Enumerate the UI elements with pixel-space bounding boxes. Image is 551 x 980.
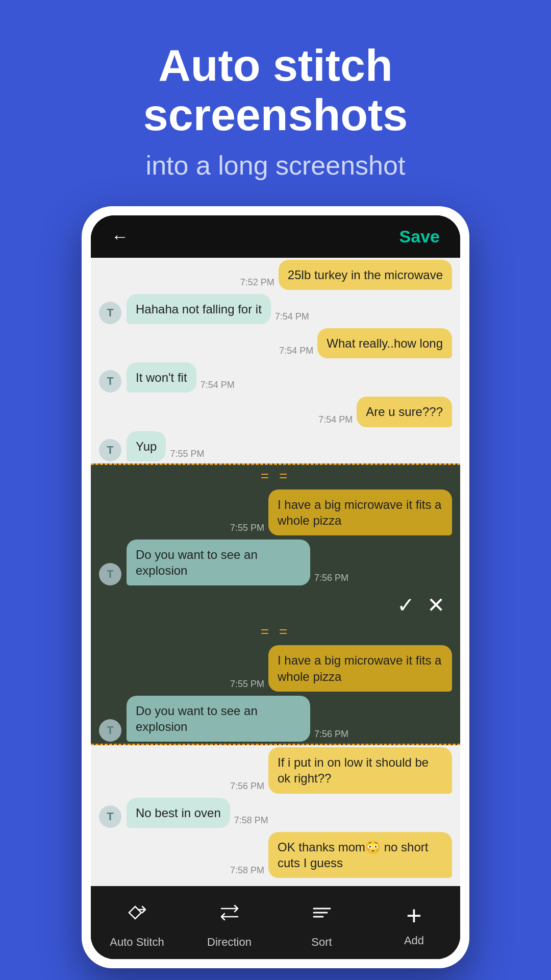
direction-label: Direction xyxy=(207,936,252,949)
avatar: T xyxy=(99,370,121,393)
avatar: T xyxy=(99,302,121,324)
message-time: 7:55 PM xyxy=(230,523,264,535)
msg-with-time: Hahaha not falling for it 7:54 PM xyxy=(127,294,309,324)
bubble-wrap: Hahaha not falling for it 7:54 PM xyxy=(127,294,309,324)
message-bubble: No best in oven xyxy=(127,798,230,828)
bubble-wrap: 7:52 PM 25lb turkey in the microwave xyxy=(240,260,452,290)
bubble-wrap: 7:55 PM I have a big microwave it fits a… xyxy=(230,489,452,535)
overlap-indicator-2: = = xyxy=(91,621,460,643)
message-time: 7:55 PM xyxy=(170,449,204,461)
message-time: 7:52 PM xyxy=(240,277,274,290)
phone-inner: ← Save 7:52 PM 25lb turkey in the microw… xyxy=(91,215,460,960)
overlap-indicator: = = xyxy=(91,465,460,487)
message-row: T Hahaha not falling for it 7:54 PM xyxy=(91,292,460,326)
message-row: T No best in oven 7:58 PM xyxy=(91,796,460,830)
bubble-wrap: No best in oven 7:58 PM xyxy=(127,798,268,828)
message-time: 7:56 PM xyxy=(314,729,348,742)
header-title: Auto stitch screenshots xyxy=(31,41,520,140)
add-label: Add xyxy=(404,934,424,947)
bubble-wrap: 7:56 PM If i put in on low it should be … xyxy=(230,747,452,793)
message-time: 7:54 PM xyxy=(275,311,309,324)
chat-section-top: 7:52 PM 25lb turkey in the microwave T H… xyxy=(91,258,460,463)
direction-icon xyxy=(217,900,242,930)
phone-frame: ← Save 7:52 PM 25lb turkey in the microw… xyxy=(82,206,469,969)
bubble-wrap: Do you want to see an explosion 7:56 PM xyxy=(127,696,348,742)
message-time: 7:56 PM xyxy=(314,573,348,585)
message-time: 7:54 PM xyxy=(279,346,313,358)
toolbar-item-add[interactable]: + Add xyxy=(368,902,460,947)
message-time: 7:54 PM xyxy=(201,380,235,393)
message-row: T Do you want to see an explosion 7:56 P… xyxy=(91,694,460,744)
message-row: 7:55 PM I have a big microwave it fits a… xyxy=(91,487,460,537)
avatar: T xyxy=(99,439,121,461)
message-bubble: 25lb turkey in the microwave xyxy=(279,260,452,290)
avatar: T xyxy=(99,563,121,585)
msg-with-time: 7:55 PM I have a big microwave it fits a… xyxy=(230,645,452,691)
message-row: 7:54 PM Are u sure??? xyxy=(91,395,460,429)
header-subtitle: into a long screenshot xyxy=(31,150,520,181)
message-time: 7:54 PM xyxy=(318,414,353,427)
add-icon: + xyxy=(406,902,421,929)
message-bubble: Do you want to see an explosion xyxy=(127,540,310,585)
msg-with-time: Do you want to see an explosion 7:56 PM xyxy=(127,696,348,742)
message-bubble: Yup xyxy=(127,431,166,461)
message-bubble: What really..how long xyxy=(317,328,452,358)
message-bubble: Do you want to see an explosion xyxy=(127,696,310,742)
toolbar-item-sort[interactable]: Sort xyxy=(276,900,368,949)
bottom-toolbar: Auto Stitch Direction xyxy=(91,886,460,959)
bubble-wrap: Yup 7:55 PM xyxy=(127,431,204,461)
save-button[interactable]: Save xyxy=(399,227,440,247)
phone-topbar: ← Save xyxy=(91,215,460,258)
msg-with-time: 7:56 PM If i put in on low it should be … xyxy=(230,747,452,793)
message-row: T Yup 7:55 PM xyxy=(91,429,460,463)
overlap-controls: ✓ ✕ xyxy=(91,587,460,621)
message-row: 7:54 PM What really..how long xyxy=(91,326,460,360)
avatar: T xyxy=(99,719,121,742)
message-time: 7:56 PM xyxy=(230,781,264,794)
auto-stitch-label: Auto Stitch xyxy=(110,936,164,949)
msg-with-time: Yup 7:55 PM xyxy=(127,431,204,461)
sort-icon xyxy=(310,900,334,930)
accept-button[interactable]: ✓ xyxy=(397,593,415,618)
bubble-wrap: It won't fit 7:54 PM xyxy=(127,362,235,393)
chat-section-bottom: 7:56 PM If i put in on low it should be … xyxy=(91,745,460,886)
message-bubble: I have a big microwave it fits a whole p… xyxy=(268,645,452,691)
bubble-wrap: 7:58 PM OK thanks mom😳 no short cuts I g… xyxy=(230,832,452,878)
reject-button[interactable]: ✕ xyxy=(427,593,445,618)
bubble-wrap: 7:55 PM I have a big microwave it fits a… xyxy=(230,645,452,691)
message-row: 7:56 PM If i put in on low it should be … xyxy=(91,745,460,795)
msg-with-time: 7:55 PM I have a big microwave it fits a… xyxy=(230,489,452,535)
auto-stitch-icon xyxy=(125,900,149,930)
message-row: 7:55 PM I have a big microwave it fits a… xyxy=(91,643,460,693)
msg-with-time: 7:54 PM Are u sure??? xyxy=(318,397,452,427)
overlap-dots-2: = = xyxy=(261,624,290,640)
toolbar-item-auto-stitch[interactable]: Auto Stitch xyxy=(91,900,183,949)
message-row: 7:52 PM 25lb turkey in the microwave xyxy=(91,258,460,292)
overlap-region-2: = = 7:55 PM I have a big microwave it fi… xyxy=(91,621,460,745)
message-bubble: I have a big microwave it fits a whole p… xyxy=(268,489,452,535)
message-time: 7:55 PM xyxy=(230,679,264,692)
message-row: 7:58 PM OK thanks mom😳 no short cuts I g… xyxy=(91,830,460,880)
overlap-dots: = = xyxy=(261,468,290,484)
message-row: T It won't fit 7:54 PM xyxy=(91,360,460,395)
sort-label: Sort xyxy=(311,936,332,949)
chat-area: 7:52 PM 25lb turkey in the microwave T H… xyxy=(91,258,460,960)
bubble-wrap: Do you want to see an explosion 7:56 PM xyxy=(127,540,348,585)
message-bubble: Hahaha not falling for it xyxy=(127,294,271,324)
back-button[interactable]: ← xyxy=(111,227,129,247)
message-time: 7:58 PM xyxy=(230,865,264,878)
message-bubble: It won't fit xyxy=(127,362,196,393)
msg-with-time: No best in oven 7:58 PM xyxy=(127,798,268,828)
phone-wrapper: ← Save 7:52 PM 25lb turkey in the microw… xyxy=(0,206,551,969)
msg-with-time: 7:52 PM 25lb turkey in the microwave xyxy=(240,260,452,290)
bottom-strip xyxy=(0,968,551,980)
message-row: T Do you want to see an explosion 7:56 P… xyxy=(91,537,460,587)
message-bubble: OK thanks mom😳 no short cuts I guess xyxy=(268,832,452,878)
message-time: 7:58 PM xyxy=(234,815,268,828)
bubble-wrap: 7:54 PM What really..how long xyxy=(279,328,452,358)
msg-with-time: It won't fit 7:54 PM xyxy=(127,362,235,393)
msg-with-time: 7:54 PM What really..how long xyxy=(279,328,452,358)
avatar: T xyxy=(99,805,121,828)
message-bubble: Are u sure??? xyxy=(357,397,452,427)
toolbar-item-direction[interactable]: Direction xyxy=(183,900,276,949)
